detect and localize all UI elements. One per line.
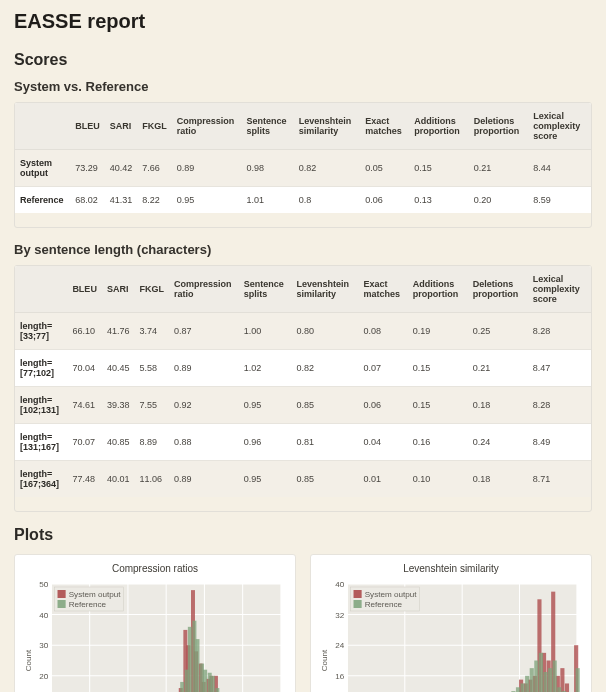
cell: 0.21 xyxy=(468,350,528,387)
cell: 0.18 xyxy=(468,387,528,424)
svg-rect-240 xyxy=(576,668,580,692)
svg-rect-191 xyxy=(565,683,569,692)
svg-text:16: 16 xyxy=(335,672,345,681)
svg-text:System output: System output xyxy=(69,590,122,599)
col-header: BLEU xyxy=(67,266,102,313)
row-header: System output xyxy=(15,150,70,187)
svg-rect-107 xyxy=(203,670,207,692)
col-header: BLEU xyxy=(70,103,105,150)
svg-rect-127 xyxy=(58,600,66,608)
cell: 8.28 xyxy=(528,387,591,424)
svg-text:32: 32 xyxy=(335,611,345,620)
col-header: Levenshtein similarity xyxy=(291,266,358,313)
cell: 0.89 xyxy=(169,461,239,498)
cell: 0.08 xyxy=(358,313,407,350)
svg-text:System output: System output xyxy=(365,590,418,599)
cell: 0.95 xyxy=(172,187,242,214)
cell: 0.82 xyxy=(294,150,360,187)
cell: 0.85 xyxy=(291,461,358,498)
cell: 8.28 xyxy=(528,313,591,350)
cell: 0.80 xyxy=(291,313,358,350)
cell: 0.24 xyxy=(468,424,528,461)
cell: 0.20 xyxy=(469,187,529,214)
cell: 11.06 xyxy=(134,461,169,498)
svg-text:40: 40 xyxy=(39,611,49,620)
svg-rect-246 xyxy=(354,600,362,608)
cell: 0.07 xyxy=(358,350,407,387)
svg-text:40: 40 xyxy=(335,580,345,589)
col-header: Compression ratio xyxy=(172,103,242,150)
subsection-sys-vs-ref: System vs. Reference xyxy=(14,79,592,94)
cell: 0.15 xyxy=(408,387,468,424)
cell: 0.88 xyxy=(169,424,239,461)
cell: 40.01 xyxy=(102,461,135,498)
cell: 8.59 xyxy=(528,187,591,214)
table-row: Reference68.0241.318.220.951.010.80.060.… xyxy=(15,187,591,214)
svg-rect-101 xyxy=(180,682,184,692)
cell: 8.49 xyxy=(528,424,591,461)
svg-rect-232 xyxy=(539,653,543,692)
cell: 40.45 xyxy=(102,350,135,387)
plot-compression: Compression ratios 0%25%50%75%100%125%15… xyxy=(14,554,296,692)
cell: 40.42 xyxy=(105,150,138,187)
cell: 0.95 xyxy=(239,461,292,498)
cell: 0.82 xyxy=(291,350,358,387)
row-header: Reference xyxy=(15,187,70,214)
cell: 0.10 xyxy=(408,461,468,498)
col-header: SARI xyxy=(102,266,135,313)
svg-rect-103 xyxy=(188,627,192,692)
cell: 0.15 xyxy=(408,350,468,387)
sysref-table: BLEUSARIFKGLCompression ratioSentence sp… xyxy=(15,103,591,213)
col-header: FKGL xyxy=(134,266,169,313)
table-row: length=[77;102]70.0440.455.580.891.020.8… xyxy=(15,350,591,387)
cell: 8.44 xyxy=(528,150,591,187)
col-header: Lexical complexity score xyxy=(528,266,591,313)
svg-rect-229 xyxy=(525,676,529,692)
cell: 0.05 xyxy=(360,150,409,187)
plot-levenshtein: Levenshtein similarity 0%25%50%75%100%08… xyxy=(310,554,592,692)
cell: 0.89 xyxy=(172,150,242,187)
cell: 1.00 xyxy=(239,313,292,350)
svg-text:Reference: Reference xyxy=(69,600,107,609)
col-header xyxy=(15,266,67,313)
svg-text:Count: Count xyxy=(320,649,329,671)
table-row: System output73.2940.427.660.890.980.820… xyxy=(15,150,591,187)
svg-rect-235 xyxy=(553,661,557,693)
col-header: Compression ratio xyxy=(169,266,239,313)
cell: 0.95 xyxy=(239,387,292,424)
cell: 8.22 xyxy=(137,187,172,214)
cell: 40.85 xyxy=(102,424,135,461)
svg-rect-234 xyxy=(548,668,552,692)
cell: 39.38 xyxy=(102,387,135,424)
cell: 0.16 xyxy=(408,424,468,461)
col-header: Exact matches xyxy=(358,266,407,313)
cell: 74.61 xyxy=(67,387,102,424)
subsection-by-len: By sentence length (characters) xyxy=(14,242,592,257)
cell: 0.85 xyxy=(291,387,358,424)
cell: 66.10 xyxy=(67,313,102,350)
svg-rect-125 xyxy=(58,590,66,598)
table-row: length=[102;131]74.6139.387.550.920.950.… xyxy=(15,387,591,424)
cell: 7.66 xyxy=(137,150,172,187)
cell: 0.18 xyxy=(468,461,528,498)
col-header: Additions proportion xyxy=(408,266,468,313)
svg-text:Count: Count xyxy=(24,649,33,671)
cell: 41.31 xyxy=(105,187,138,214)
col-header: Deletions proportion xyxy=(468,266,528,313)
row-header: length=[77;102] xyxy=(15,350,67,387)
col-header: Exact matches xyxy=(360,103,409,150)
svg-rect-105 xyxy=(195,639,199,692)
svg-rect-233 xyxy=(543,672,547,692)
svg-rect-109 xyxy=(211,676,215,692)
cell: 8.47 xyxy=(528,350,591,387)
cell: 5.58 xyxy=(134,350,169,387)
svg-rect-230 xyxy=(530,668,534,692)
cell: 3.74 xyxy=(134,313,169,350)
col-header: Levenshtein similarity xyxy=(294,103,360,150)
cell: 41.76 xyxy=(102,313,135,350)
cell: 7.55 xyxy=(134,387,169,424)
col-header: SARI xyxy=(105,103,138,150)
cell: 70.07 xyxy=(67,424,102,461)
svg-text:Reference: Reference xyxy=(365,600,403,609)
cell: 0.13 xyxy=(409,187,469,214)
